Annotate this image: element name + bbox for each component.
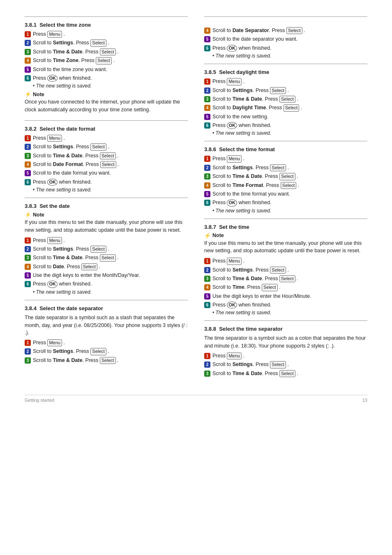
step-383-3: 3 Scroll to Time & Date. Press Select . (25, 254, 188, 262)
step-num: 4 (204, 182, 210, 189)
section-384: 3.8.4 Select the date separator The date… (25, 300, 188, 369)
step-num: 2 (204, 88, 210, 94)
step-382-5: 5 Scroll to the date format you want. (25, 169, 188, 177)
select-key: Select (270, 164, 286, 171)
menu-key: Menu (47, 31, 62, 38)
step-386-4: 4 Scroll to Time Format. Press Select . (204, 182, 367, 189)
select-key: Select (96, 57, 112, 64)
section-382-title: 3.8.2 Select the date format (25, 126, 188, 132)
step-num: 1 (204, 78, 210, 85)
step-num: 3 (25, 357, 31, 364)
select-key: Select (100, 161, 116, 168)
step-381-3: 3 Scroll to Time & Date. Press Select . (25, 48, 188, 56)
select-key: Select (90, 39, 106, 46)
note-icon: ⚡ (25, 212, 31, 218)
step-384-3: 3 Scroll to Time & Date. Press Select . (25, 357, 188, 364)
note-383: ⚡ Note If you use this menu to set the d… (25, 212, 188, 234)
menu-key: Menu (227, 352, 242, 359)
step-num: 2 (204, 362, 210, 368)
ok-key: OK (227, 122, 237, 129)
select-key: Select (279, 275, 295, 282)
section-381-title: 3.8.1 Select the time zone (25, 22, 188, 28)
step-386-1: 1 Press Menu . (204, 155, 367, 163)
right-column: 4 Scroll to Date Separator. Press Select… (204, 16, 367, 382)
step-num: 1 (204, 353, 210, 359)
step-383-4: 4 Scroll to Date. Press Select . (25, 263, 188, 271)
step-num: 1 (25, 135, 31, 141)
step-384-1: 1 Press Menu . (25, 339, 188, 347)
step-387-3: 3 Scroll to Time & Date. Press Select . (204, 275, 367, 283)
ok-key: OK (227, 45, 237, 52)
step-388-1: 1 Press Menu . (204, 352, 367, 360)
step-num: 5 (204, 293, 210, 299)
step-num: 6 (204, 122, 210, 129)
step-num: 6 (204, 302, 210, 308)
menu-key: Menu (227, 78, 242, 85)
menu-key: Menu (227, 155, 242, 162)
bullet-387: • The new setting is saved. (212, 310, 367, 315)
step-num: 5 (25, 272, 31, 279)
step-num: 3 (25, 153, 31, 159)
step-384-2: 2 Scroll to Settings. Press Select . (25, 348, 188, 355)
step-num: 5 (204, 36, 210, 42)
section-386: 3.8.6 Select the time format 1 Press Men… (204, 141, 367, 218)
step-383-1: 1 Press Menu . (25, 237, 188, 244)
footer-right: 13 (362, 398, 367, 403)
note-icon: ⚡ (204, 233, 211, 239)
step-num: 5 (25, 170, 31, 176)
menu-key: Menu (47, 135, 62, 142)
step-388-3: 3 Scroll to Time & Date. Press Select . (204, 370, 367, 378)
select-key: Select (90, 348, 106, 355)
step-387-1: 1 Press Menu . (204, 257, 367, 265)
ok-key: OK (227, 302, 237, 309)
step-num: 5 (204, 191, 210, 197)
bullet-381: • The new setting is saved. (33, 83, 188, 89)
step-384-5: 5 Scroll to the date separator you want. (204, 35, 367, 43)
step-num: 2 (204, 267, 210, 273)
ok-key: OK (47, 179, 58, 186)
step-387-5: 5 Use the digit keys to enter the Hour/M… (204, 292, 367, 300)
select-key: Select (279, 370, 295, 377)
select-key: Select (270, 361, 286, 368)
step-num: 4 (25, 58, 31, 64)
bullet-383: • The new setting is saved. (33, 289, 188, 295)
step-381-5: 5 Scroll to the time zone you want. (25, 66, 188, 74)
step-num: 4 (25, 161, 31, 168)
select-key: Select (100, 357, 116, 364)
step-num: 4 (204, 105, 210, 111)
step-385-1: 1 Press Menu . (204, 78, 367, 85)
step-num: 6 (25, 179, 31, 185)
step-384-4: 4 Scroll to Date Separator. Press Select… (204, 27, 367, 35)
select-key: Select (90, 246, 106, 253)
select-key: Select (270, 87, 286, 94)
select-key: Select (279, 173, 295, 180)
step-382-3: 3 Scroll to Time & Date. Press Select . (25, 152, 188, 160)
step-num: 2 (204, 165, 210, 171)
note-381-text: Once you have connected to the internet,… (25, 98, 188, 114)
step-num: 3 (25, 49, 31, 55)
select-key: Select (100, 254, 116, 261)
note-387: ⚡ Note If you use this menu to set the t… (204, 233, 367, 255)
step-385-3: 3 Scroll to Time & Date. Press Select . (204, 95, 367, 103)
section-388: 3.8.8 Select the time separator The time… (204, 320, 367, 382)
footer: Getting started 13 (25, 395, 367, 403)
step-num: 3 (204, 173, 210, 180)
step-num: 1 (204, 258, 210, 264)
select-key: Select (279, 96, 295, 103)
step-387-2: 2 Scroll to Settings. Press Select . (204, 266, 367, 274)
step-386-5: 5 Scroll to the time format you want. (204, 190, 367, 198)
section-382: 3.8.2 Select the date format 1 Press Men… (25, 120, 188, 198)
step-num: 3 (204, 96, 210, 102)
menu-key: Menu (47, 237, 62, 244)
step-num: 5 (25, 67, 31, 73)
step-num: 1 (25, 237, 31, 244)
step-num: 2 (25, 144, 31, 150)
step-387-4: 4 Scroll to Time. Press Select . (204, 283, 367, 291)
step-385-2: 2 Scroll to Settings. Press Select . (204, 87, 367, 94)
step-382-6: 6 Press OK when finished. (25, 178, 188, 186)
step-386-6: 6 Press OK when finished. (204, 199, 367, 207)
ok-key: OK (47, 281, 58, 288)
step-num: 3 (204, 276, 210, 282)
step-num: 6 (204, 200, 210, 206)
section-384-title: 3.8.4 Select the date separator (25, 305, 188, 311)
